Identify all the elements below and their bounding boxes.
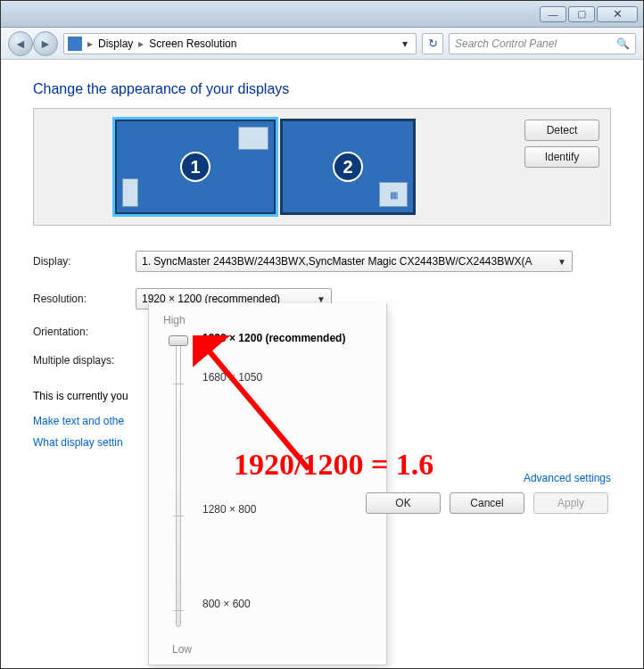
minimize-icon: — [549,9,558,20]
resolution-option[interactable]: 1280 × 800 [202,503,256,516]
window-titlebar: — ▢ ✕ [1,1,643,28]
breadcrumb[interactable]: ▸ Display ▸ Screen Resolution ▾ [63,33,417,54]
apply-button[interactable]: Apply [533,492,608,514]
resolution-option[interactable]: 1680 × 1050 [202,371,262,384]
search-placeholder: Search Control Panel [455,37,557,50]
slider-low-label: Low [172,643,192,656]
slider-thumb[interactable] [169,335,188,346]
detect-button[interactable]: Detect [524,120,599,141]
display-dropdown[interactable]: 1. SyncMaster 2443BW/2443BWX,SyncMaster … [136,251,573,272]
resolution-option[interactable]: 1920 × 1200 (recommended) [202,332,345,344]
back-arrow-icon: ◄ [14,37,27,51]
text-size-link[interactable]: Make text and othe [33,415,124,427]
resolution-slider-popout: High 1920 × 1200 (recommended) 1680 × 10… [148,303,387,665]
cancel-button[interactable]: Cancel [450,492,524,514]
minimize-button[interactable]: — [540,6,566,22]
refresh-icon: ↻ [428,37,438,50]
navigation-bar: ◄ ► ▸ Display ▸ Screen Resolution ▾ ↻ Se… [1,28,643,60]
chevron-right-icon: ▸ [135,37,147,50]
slider-high-label: High [163,314,372,326]
dialog-buttons: OK Cancel Apply [366,492,608,514]
maximize-icon: ▢ [577,8,586,20]
breadcrumb-item[interactable]: Screen Resolution [149,37,236,50]
resolution-slider[interactable] [176,335,190,632]
monitor-1[interactable]: 1 [114,119,277,215]
monitor-icon [68,37,82,51]
monitor-number: 2 [333,152,363,182]
close-button[interactable]: ✕ [597,6,638,22]
breadcrumb-item[interactable]: Display [98,37,133,50]
display-label: Display: [33,255,136,268]
multiple-displays-label: Multiple displays: [33,354,136,367]
slider-tick [173,516,184,516]
display-preview: 1 ▦ 2 Detect Identify [33,108,611,226]
resolution-option[interactable]: 800 × 600 [202,598,251,610]
breadcrumb-dropdown[interactable]: ▾ [398,37,412,50]
slider-tick [173,384,184,384]
slider-tick [173,610,184,611]
search-input[interactable]: Search Control Panel 🔍 [449,33,636,54]
resolution-label: Resolution: [33,293,136,305]
identify-button[interactable]: Identify [524,146,599,168]
window-thumbnail-icon: ▦ [379,182,408,207]
forward-arrow-icon: ► [39,37,52,51]
advanced-settings-link[interactable]: Advanced settings [524,472,611,484]
close-icon: ✕ [613,7,623,21]
annotation-text: 1920/1200 = 1.6 [234,448,433,482]
page-title: Change the appearance of your displays [33,81,611,97]
monitor-2[interactable]: ▦ 2 [280,119,416,215]
forward-button[interactable]: ► [33,31,58,56]
chevron-down-icon: ▼ [317,294,326,304]
display-row: Display: 1. SyncMaster 2443BW/2443BWX,Sy… [33,251,611,272]
chevron-right-icon: ▸ [84,37,96,50]
back-button[interactable]: ◄ [8,31,33,56]
monitor-number: 1 [180,152,211,182]
window-thumbnail-icon [122,178,138,207]
window-thumbnail-icon [238,127,268,150]
maximize-button[interactable]: ▢ [568,6,595,22]
dropdown-value: 1. SyncMaster 2443BW/2443BWX,SyncMaster … [142,255,533,268]
chevron-down-icon: ▼ [557,257,566,267]
search-icon: 🔍 [616,37,630,50]
orientation-label: Orientation: [33,326,136,338]
refresh-button[interactable]: ↻ [422,33,443,54]
ok-button[interactable]: OK [366,492,441,514]
